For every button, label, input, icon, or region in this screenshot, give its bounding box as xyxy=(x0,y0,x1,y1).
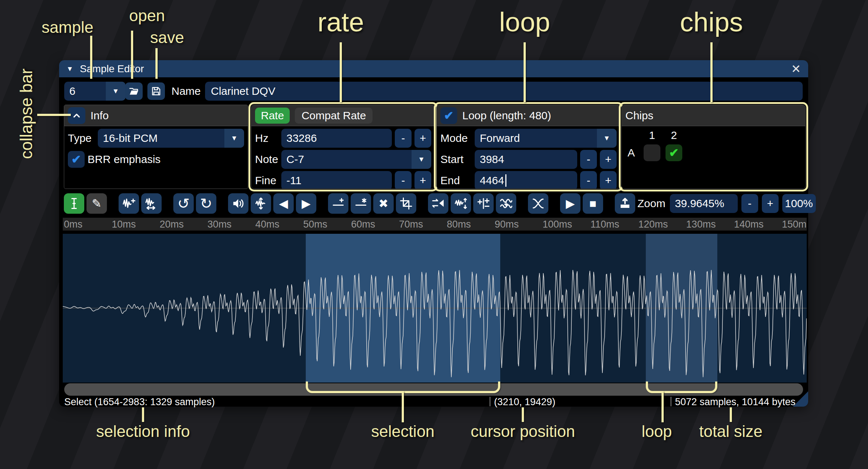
invert-button[interactable] xyxy=(451,193,471,214)
annotation-loop: loop xyxy=(499,7,550,38)
name-input[interactable]: Clarinet DQV xyxy=(205,82,803,101)
amplify-button[interactable] xyxy=(228,193,248,214)
close-icon[interactable]: ✕ xyxy=(791,62,801,76)
ruler-tick: 80ms xyxy=(447,219,471,230)
play-icon: ▶ xyxy=(566,197,575,210)
normalize-button[interactable] xyxy=(251,193,271,214)
chip-2-checkbox[interactable]: ✔ xyxy=(666,144,682,161)
loop-end-label: End xyxy=(440,174,472,187)
chevron-down-icon[interactable]: ▼ xyxy=(597,129,617,148)
ruler-tick: 40ms xyxy=(255,219,279,230)
window-collapse-icon[interactable]: ▼ xyxy=(66,65,73,72)
ruler-tick: 20ms xyxy=(159,219,184,230)
undo-icon: ↺ xyxy=(177,195,190,212)
redo-button[interactable]: ↻ xyxy=(196,193,216,214)
chips-grid: 1 2 A ✔ xyxy=(622,126,805,161)
loop-start-input[interactable]: 3984 xyxy=(475,150,577,169)
annotation-rate: rate xyxy=(317,7,364,38)
filter-button[interactable] xyxy=(496,193,516,214)
draw-tool-button[interactable]: ✎ xyxy=(86,193,107,214)
annotation-collapse-bar: collapse bar xyxy=(16,69,36,159)
brr-emphasis-checkbox[interactable]: ✔ xyxy=(68,151,85,168)
zoom-controls: Zoom 39.9645% - + 100% xyxy=(637,194,816,213)
crossing-curves-icon xyxy=(532,197,545,210)
hz-input[interactable]: 33286 xyxy=(281,129,392,148)
chevron-down-icon[interactable]: ▼ xyxy=(106,82,126,101)
loop-start-label: Start xyxy=(440,153,472,166)
annotation-cursor-position: cursor position xyxy=(471,422,575,441)
annotation-line-cursor-position xyxy=(522,407,524,422)
trim-button[interactable] xyxy=(396,193,416,214)
type-label: Type xyxy=(68,132,95,144)
undo-button[interactable]: ↺ xyxy=(173,193,194,214)
loop-enable-checkbox[interactable]: ✔ xyxy=(440,107,457,124)
note-dropdown[interactable]: C-7 ▼ xyxy=(281,150,431,169)
insert-silence-button[interactable] xyxy=(328,193,348,214)
annotation-selection-info: selection info xyxy=(96,422,190,441)
annotation-loop-bottom: loop xyxy=(641,422,672,441)
fine-input[interactable]: -11 xyxy=(281,171,392,189)
rate-mode-button[interactable]: Rate xyxy=(255,108,290,124)
time-ruler[interactable]: 0ms10ms20ms30ms40ms50ms60ms70ms80ms90ms1… xyxy=(63,218,807,231)
zoom-reset-button[interactable]: 100% xyxy=(782,194,816,213)
loop-start-minus-button[interactable]: - xyxy=(580,150,597,169)
stop-button[interactable]: ■ xyxy=(583,193,603,214)
sample-slot-dropdown[interactable]: 6 ▼ xyxy=(64,82,126,101)
loop-end-plus-button[interactable]: + xyxy=(600,171,617,189)
delete-button[interactable]: ✖ xyxy=(373,193,394,214)
hz-minus-button[interactable]: - xyxy=(395,129,412,148)
fade-out-button[interactable]: ▶ xyxy=(296,193,316,214)
zoom-value-input[interactable]: 39.9645% xyxy=(670,194,738,213)
title-bar[interactable]: ▼ Sample Editor ✕ xyxy=(59,60,808,77)
chevron-up-icon xyxy=(72,111,82,121)
fine-minus-button[interactable]: - xyxy=(395,171,412,189)
stop-icon: ■ xyxy=(589,197,596,210)
save-sample-button[interactable] xyxy=(147,82,165,100)
annotation-line-chips xyxy=(710,42,713,102)
waveform-trace xyxy=(63,234,807,383)
hz-plus-button[interactable]: + xyxy=(414,129,431,148)
compat-rate-button[interactable]: Compat Rate xyxy=(295,108,373,124)
loop-end-input[interactable]: 4464 xyxy=(475,171,577,189)
signed-unsigned-button[interactable] xyxy=(473,193,494,214)
resample-button[interactable] xyxy=(141,193,162,214)
annotation-line-loop xyxy=(524,42,526,102)
fade-in-button[interactable]: ◀ xyxy=(273,193,294,214)
chip-1-checkbox[interactable] xyxy=(644,144,660,161)
loop-start-plus-button[interactable]: + xyxy=(600,150,617,169)
waveform-view[interactable] xyxy=(63,234,807,383)
chips-column-2: 2 xyxy=(671,129,677,142)
annotation-line-loop-bottom xyxy=(661,391,664,422)
fine-plus-button[interactable]: + xyxy=(414,171,431,189)
zoom-out-button[interactable]: - xyxy=(741,194,758,213)
open-sample-button[interactable] xyxy=(125,82,143,100)
chevron-down-icon[interactable]: ▼ xyxy=(224,129,244,148)
hz-label: Hz xyxy=(255,132,278,144)
loop-end-minus-button[interactable]: - xyxy=(580,171,597,189)
upload-button[interactable] xyxy=(615,193,635,214)
annotation-line-total-size xyxy=(730,407,732,422)
chevron-down-icon[interactable]: ▼ xyxy=(412,150,431,169)
resize-button[interactable] xyxy=(119,193,139,214)
floppy-save-icon xyxy=(151,86,162,97)
reverse-button[interactable] xyxy=(428,193,448,214)
loop-panel: ✔ Loop (length: 480) Mode Forward ▼ Star… xyxy=(436,105,621,189)
hz-value: 33286 xyxy=(286,132,317,144)
selection-info-text: Select (1654-2983: 1329 samples) xyxy=(64,396,215,408)
annotation-line-selection xyxy=(402,391,404,422)
reverse-arrows-icon xyxy=(432,197,445,210)
page-background: ▼ Sample Editor ✕ 6 ▼ Name Clarinet DQV xyxy=(0,0,868,469)
wave-resample-icon xyxy=(145,197,158,210)
fade-in-icon: ◀ xyxy=(279,197,288,210)
select-tool-button[interactable] xyxy=(64,193,84,214)
zoom-in-button[interactable]: + xyxy=(762,194,779,213)
redo-icon: ↻ xyxy=(200,195,212,212)
crossfade-button[interactable] xyxy=(528,193,548,214)
loop-mode-dropdown[interactable]: Forward ▼ xyxy=(475,129,617,148)
upload-icon xyxy=(618,197,632,210)
play-button[interactable]: ▶ xyxy=(560,193,580,214)
apply-silence-button[interactable] xyxy=(351,193,371,214)
annotation-line-rate xyxy=(340,42,342,102)
ruler-tick: 120ms xyxy=(638,219,668,230)
sample-type-dropdown[interactable]: 16-bit PCM ▼ xyxy=(98,129,244,148)
